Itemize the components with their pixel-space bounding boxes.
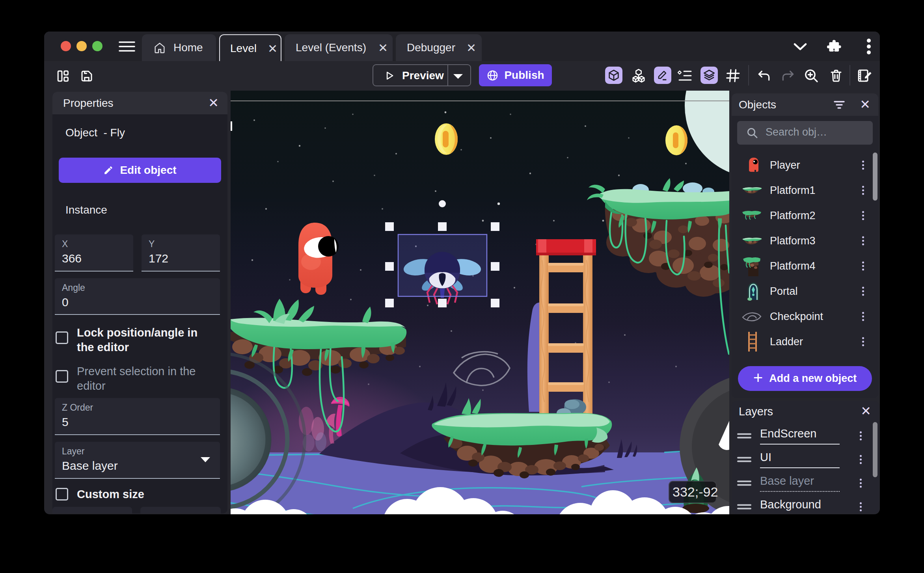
svg-text:332;-92: 332;-92 [673, 484, 718, 499]
